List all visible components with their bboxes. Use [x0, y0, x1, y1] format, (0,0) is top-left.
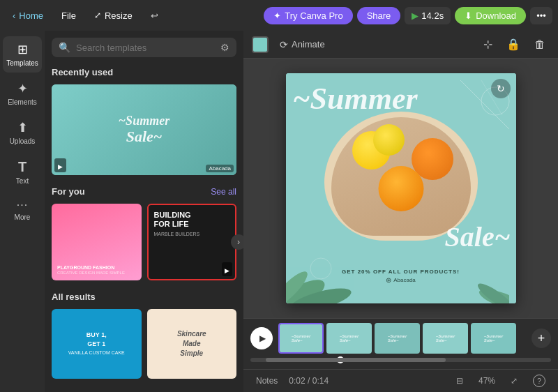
time-display: 0:02 / 0:14	[289, 376, 329, 386]
play-icon-small: ▶	[58, 163, 63, 170]
recently-used-title: Recently used	[52, 67, 236, 77]
search-icon: 🔍	[59, 42, 70, 53]
file-button[interactable]: File	[54, 7, 83, 24]
download-button[interactable]: ⬇ Download	[455, 7, 526, 24]
template-thumb-playground[interactable]: playground fashion CREATIVE DESIGN MADE …	[52, 204, 142, 280]
undo-icon: ↩	[151, 10, 158, 21]
elements-icon: ✦	[17, 81, 28, 96]
sidebar-item-elements[interactable]: ✦ Elements	[3, 75, 42, 112]
lock-button[interactable]: 🔒	[502, 35, 525, 54]
timeline-frame-5[interactable]: ~SummerSale~	[471, 323, 516, 354]
play-icon: ▶	[259, 333, 266, 343]
undo-button[interactable]: ↩	[144, 7, 165, 24]
more-options-button[interactable]: •••	[530, 7, 552, 24]
crop-icon: ⊹	[483, 38, 492, 50]
timeline-thumbs: ~SummerSale~ ~SummerSale~ ~SummerSale~ ~…	[278, 323, 526, 354]
playground-label: playground fashion	[57, 264, 136, 271]
refresh-button[interactable]: ↻	[491, 79, 511, 98]
templates-panel: 🔍 ⚙ Recently used ~Summer Sale~ ▶ Abacad…	[45, 31, 243, 392]
timeline-frame-2[interactable]: ~SummerSale~	[326, 323, 372, 354]
delete-button[interactable]: 🗑	[530, 36, 550, 54]
notes-button[interactable]: Notes	[252, 374, 282, 388]
add-frame-button[interactable]: +	[531, 329, 551, 348]
for-you-title: For you	[52, 186, 85, 197]
share-button[interactable]: Share	[357, 7, 401, 24]
timer-button[interactable]: ▶ 14.2s	[405, 7, 451, 24]
template-thumb-buy1get1[interactable]: BUY 1,GET 1VANILLA CUSTOM CAKE	[52, 309, 142, 379]
home-button[interactable]: ‹ Home	[6, 7, 50, 24]
fullscreen-icon: ⤢	[511, 376, 518, 386]
play-icon: ▶	[412, 10, 418, 21]
design-sale-text: Sale~	[445, 223, 511, 251]
animate-button[interactable]: ⟳ Animate	[274, 36, 331, 53]
color-swatch[interactable]	[252, 36, 269, 53]
see-all-button[interactable]: See all	[211, 187, 236, 197]
play-icon-building: ▶	[225, 267, 229, 274]
templates-icon: ⊞	[17, 42, 28, 57]
timeline-scroll-thumb	[266, 358, 446, 362]
design-summer-text: ~Summer	[293, 84, 418, 114]
timeline-frame-1[interactable]: ~SummerSale~	[278, 323, 324, 354]
search-bar[interactable]: 🔍 ⚙	[52, 38, 236, 57]
building-label: BUILDINGFOR LIFE	[154, 211, 230, 229]
all-results-grid: BUY 1,GET 1VANILLA CUSTOM CAKE SkincareM…	[52, 309, 236, 379]
trash-icon: 🗑	[534, 38, 545, 50]
design-brand-text: Abacada	[393, 277, 416, 283]
timeline: ▶ ~SummerSale~ ~SummerSale~ ~SummerSale~…	[243, 318, 558, 369]
help-icon: ?	[533, 375, 545, 387]
grid-view-button[interactable]: ⊟	[452, 374, 467, 388]
chevron-left-icon: ‹	[13, 10, 15, 21]
template-thumb-building[interactable]: BUILDINGFOR LIFE MARBLE BUILDERS ▶	[147, 204, 237, 280]
template-thumb-skincare[interactable]: SkincareMadeSimple	[147, 309, 237, 379]
grid-icon: ⊟	[456, 376, 463, 386]
star-icon: ✦	[273, 10, 281, 21]
sidebar-item-text[interactable]: T Text	[3, 153, 42, 190]
footer: Notes 0:02 / 0:14 ⊟ 47% ⤢ ?	[243, 369, 558, 392]
timeline-controls: ▶ ~SummerSale~ ~SummerSale~ ~SummerSale~…	[250, 323, 551, 354]
download-icon: ⬇	[465, 10, 472, 21]
canvas-design-card[interactable]: ~Summer Sale~	[286, 73, 516, 303]
animate-icon: ⟳	[280, 39, 288, 50]
topbar: ‹ Home File ⤢ Resize ↩ ✦ Try Canva Pro S…	[0, 0, 558, 31]
filter-icon[interactable]: ⚙	[220, 42, 229, 53]
timeline-frame-3[interactable]: ~SummerSale~	[375, 323, 420, 354]
design-discount-text: GET 20% OFF ALL OUR PRODUCTS!	[286, 269, 516, 275]
crop-button[interactable]: ⊹	[479, 35, 497, 54]
canvas-toolbar: ⟳ Animate ⊹ 🔒 🗑	[243, 31, 558, 59]
timeline-frame-4[interactable]: ~SummerSale~	[423, 323, 468, 354]
text-icon: T	[18, 159, 27, 175]
all-results-title: All results	[52, 292, 236, 302]
for-you-header: For you See all	[52, 186, 236, 197]
help-button[interactable]: ?	[529, 372, 550, 389]
try-canva-button[interactable]: ✦ Try Canva Pro	[264, 7, 352, 24]
more-icon: ···	[17, 199, 28, 211]
uploads-icon: ⬆	[17, 120, 28, 135]
for-you-grid: playground fashion CREATIVE DESIGN MADE …	[52, 204, 236, 280]
resize-button[interactable]: ⤢ Resize	[87, 7, 140, 24]
zoom-button[interactable]: 47%	[474, 374, 499, 388]
sidebar-icons: ⊞ Templates ✦ Elements ⬆ Uploads T Text …	[0, 31, 45, 392]
sidebar-item-more[interactable]: ··· More	[3, 193, 42, 227]
play-button[interactable]: ▶	[250, 327, 273, 349]
sidebar-item-templates[interactable]: ⊞ Templates	[3, 36, 42, 73]
template-thumb-summer-sale-recent[interactable]: ~Summer Sale~ ▶ Abacada	[52, 84, 236, 175]
timeline-scrollbar[interactable]	[250, 358, 551, 362]
search-input[interactable]	[76, 43, 215, 53]
main-area: ⊞ Templates ✦ Elements ⬆ Uploads T Text …	[0, 31, 558, 392]
resize-icon: ⤢	[94, 10, 101, 20]
sidebar-item-uploads[interactable]: ⬆ Uploads	[3, 114, 42, 151]
lock-icon: 🔒	[506, 38, 520, 50]
scroll-right-button[interactable]: ›	[231, 234, 243, 250]
canvas-area: ⟳ Animate ⊹ 🔒 🗑	[243, 31, 558, 392]
recently-used-section: ~Summer Sale~ ▶ Abacada	[52, 84, 236, 175]
fullscreen-button[interactable]: ⤢	[506, 374, 522, 388]
canvas-viewport: ~Summer Sale~	[243, 59, 558, 318]
brand-icon: ⊛	[386, 276, 391, 284]
